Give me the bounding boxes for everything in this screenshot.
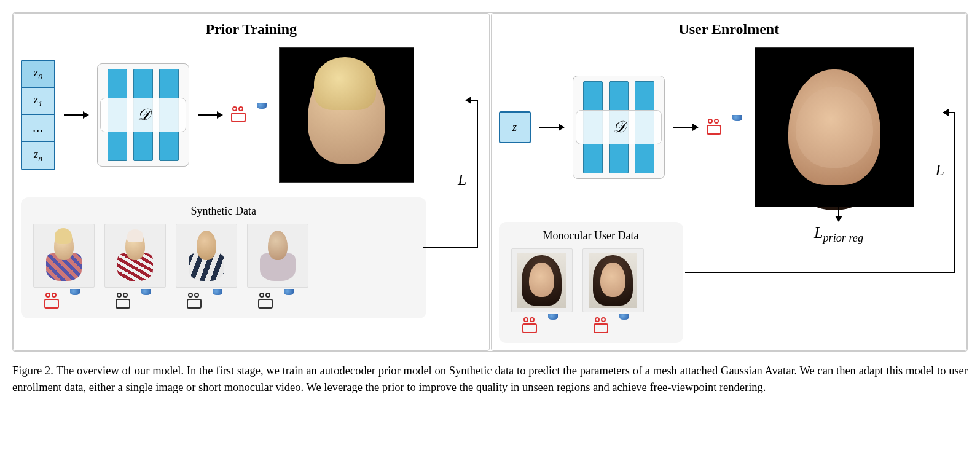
- synthetic-sample: [176, 224, 237, 311]
- loss-prior-reg-sub: prior reg: [823, 232, 863, 244]
- figure-caption: Figure 2. The overview of our model. In …: [12, 363, 968, 396]
- latent-z1: z1: [22, 88, 54, 115]
- camera-icon: [594, 318, 612, 333]
- camera-icon: [522, 318, 541, 333]
- synthetic-sample-img: [176, 224, 237, 288]
- user-sample-img: [511, 248, 573, 312]
- figure-number: Figure 2.: [12, 365, 53, 377]
- head-mesh-icon: [138, 291, 155, 311]
- synthetic-sample: [247, 224, 308, 311]
- latent-z-sym: z: [512, 121, 517, 134]
- panels-row: Prior Training z0 z1 … zn: [12, 12, 968, 352]
- latent-z0: z0: [22, 61, 54, 88]
- arrow-latent-to-decoder: [64, 114, 88, 116]
- loss-prior-reg-label: Lprior reg: [814, 224, 863, 245]
- rendered-avatar-right: [755, 47, 914, 207]
- camera-icon: [187, 294, 205, 309]
- head-mesh-icon: [616, 316, 633, 336]
- arrow-latent-to-decoder: [539, 127, 564, 128]
- user-sample: [511, 248, 573, 336]
- head-mesh-icon: [280, 291, 297, 311]
- user-sample-img: [582, 248, 644, 312]
- render-inputs-right: [707, 117, 746, 137]
- head-mesh-icon: [66, 291, 84, 311]
- synthetic-data-title: Synthetic Data: [33, 205, 414, 218]
- user-enrolment-panel: User Enrolment z 𝒟: [491, 13, 968, 351]
- synthetic-sample-img: [104, 224, 166, 288]
- rendered-head-profile: [308, 66, 385, 164]
- synthetic-sample: [104, 224, 166, 311]
- head-mesh-icon: [253, 105, 270, 125]
- figure-caption-text: The overview of our model. In the first …: [12, 365, 968, 393]
- decoder-label: 𝒟: [100, 98, 186, 132]
- camera-icon: [231, 108, 249, 122]
- loss-L-left: L: [458, 171, 466, 189]
- prior-pipeline: z0 z1 … zn 𝒟: [21, 47, 482, 183]
- synthetic-sample-img: [33, 224, 95, 288]
- render-inputs-left: [231, 105, 270, 125]
- loss-L-right: L: [936, 161, 944, 180]
- loss-prior-reg-box: Lprior reg: [814, 203, 863, 245]
- camera-icon: [707, 120, 725, 135]
- arrow-decoder-to-output: [673, 127, 698, 128]
- user-enrolment-title: User Enrolment: [499, 21, 960, 38]
- camera-icon: [44, 294, 63, 309]
- user-data-title: Monocular User Data: [511, 229, 671, 242]
- synthetic-data-panel: Synthetic Data: [21, 197, 426, 318]
- loss-prior-reg-L: L: [814, 224, 823, 242]
- arrow-decoder-to-output: [198, 114, 222, 116]
- latent-zn: zn: [22, 142, 54, 169]
- latent-zn-sub: n: [38, 153, 42, 162]
- decoder-right: 𝒟: [573, 76, 665, 179]
- latent-z0-sub: 0: [38, 71, 42, 81]
- arrow-down-icon: [838, 203, 839, 221]
- latent-dots: …: [22, 115, 54, 142]
- latent-z1-sub: 1: [38, 98, 42, 108]
- rendered-avatar-left: [279, 47, 414, 183]
- prior-training-panel: Prior Training z0 z1 … zn: [13, 13, 490, 351]
- synthetic-sample: [33, 224, 95, 311]
- user-data-panel: Monocular User Data: [499, 222, 683, 343]
- enrolment-pipeline: z 𝒟: [499, 47, 960, 207]
- rendered-head-front: [788, 69, 880, 185]
- camera-icon: [116, 294, 134, 309]
- head-mesh-icon: [209, 291, 226, 311]
- camera-icon: [258, 294, 276, 309]
- head-mesh-icon: [544, 316, 562, 336]
- prior-training-title: Prior Training: [21, 21, 482, 38]
- synthetic-sample-img: [247, 224, 308, 288]
- head-mesh-icon: [729, 117, 746, 137]
- latent-code-stack: z0 z1 … zn: [21, 60, 55, 170]
- latent-z-single: z: [499, 111, 531, 143]
- user-sample: [582, 248, 644, 336]
- decoder-left: 𝒟: [97, 63, 189, 167]
- decoder-label: 𝒟: [576, 110, 662, 144]
